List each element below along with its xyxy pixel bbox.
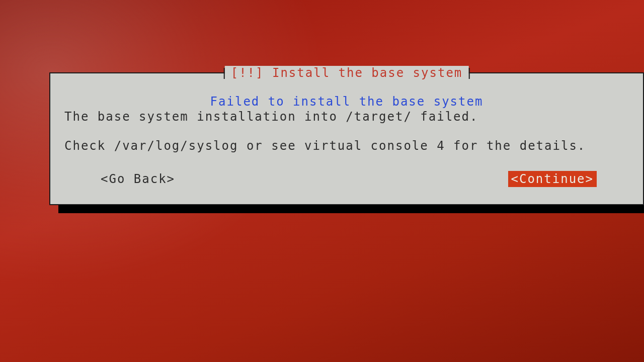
error-message-line-2: Check /var/log/syslog or see virtual con…	[64, 139, 629, 153]
continue-button[interactable]: <Continue>	[508, 171, 597, 187]
error-heading: Failed to install the base system	[64, 95, 629, 109]
error-message-line-1: The base system installation into /targe…	[64, 110, 629, 124]
dialog-button-row: <Go Back> <Continue>	[64, 171, 629, 187]
go-back-button[interactable]: <Go Back>	[97, 171, 179, 187]
dialog-title: [!!] Install the base system	[225, 66, 469, 80]
installer-error-dialog: [!!] Install the base system Failed to i…	[49, 72, 644, 205]
